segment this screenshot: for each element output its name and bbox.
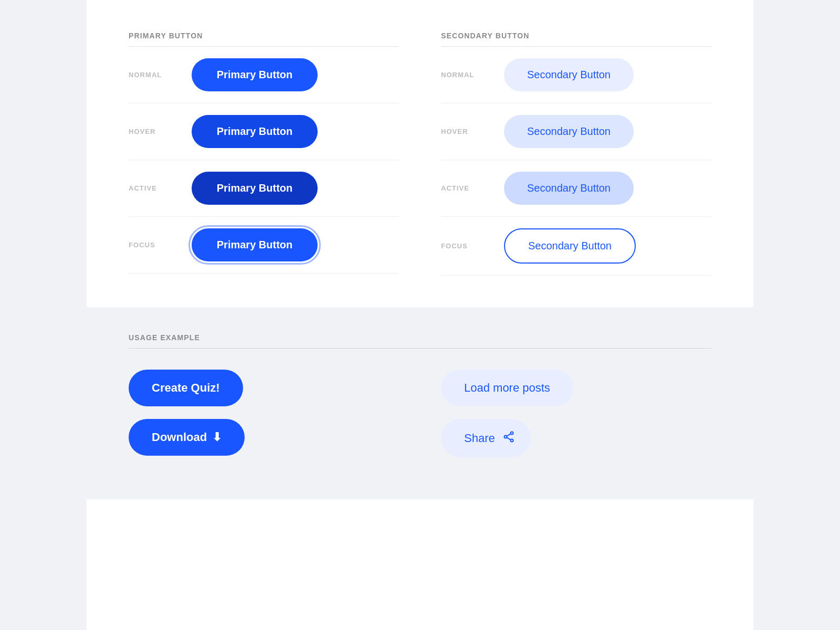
secondary-focus-row: FOCUS Secondary Button xyxy=(441,217,711,276)
primary-normal-row: NORMAL Primary Button xyxy=(129,47,399,103)
primary-normal-button[interactable]: Primary Button xyxy=(192,58,318,91)
secondary-section-title: SECONDARY BUTTON xyxy=(441,32,711,40)
secondary-hover-label: HOVER xyxy=(441,128,504,135)
primary-column: PRIMARY BUTTON NORMAL Primary Button HOV… xyxy=(129,32,399,276)
secondary-focus-button[interactable]: Secondary Button xyxy=(504,228,636,264)
primary-active-row: ACTIVE Primary Button xyxy=(129,160,399,217)
primary-focus-label: FOCUS xyxy=(129,241,192,249)
share-label: Share xyxy=(464,432,495,445)
primary-normal-label: NORMAL xyxy=(129,71,192,79)
svg-line-4 xyxy=(507,437,510,439)
top-section: PRIMARY BUTTON NORMAL Primary Button HOV… xyxy=(129,32,711,276)
page-wrapper: PRIMARY BUTTON NORMAL Primary Button HOV… xyxy=(87,0,753,630)
svg-line-3 xyxy=(507,434,510,436)
secondary-active-label: ACTIVE xyxy=(441,184,504,192)
primary-active-label: ACTIVE xyxy=(129,184,192,192)
usage-primary-col: Create Quiz! Download ⬇︎ xyxy=(129,370,399,457)
primary-focus-row: FOCUS Primary Button xyxy=(129,217,399,274)
secondary-normal-label: NORMAL xyxy=(441,71,504,79)
usage-secondary-col: Load more posts Share xyxy=(441,370,711,457)
secondary-column: SECONDARY BUTTON NORMAL Secondary Button… xyxy=(441,32,711,276)
svg-point-2 xyxy=(510,439,513,442)
secondary-normal-button[interactable]: Secondary Button xyxy=(504,58,634,91)
primary-hover-button[interactable]: Primary Button xyxy=(192,115,318,148)
primary-focus-button[interactable]: Primary Button xyxy=(192,228,318,261)
download-label: Download xyxy=(152,430,207,444)
usage-divider xyxy=(129,348,711,349)
share-button[interactable]: Share xyxy=(441,419,531,457)
svg-point-1 xyxy=(504,436,507,438)
primary-active-button[interactable]: Primary Button xyxy=(192,172,318,205)
share-icon xyxy=(502,430,515,446)
primary-hover-label: HOVER xyxy=(129,128,192,135)
secondary-active-button[interactable]: Secondary Button xyxy=(504,172,634,205)
primary-hover-row: HOVER Primary Button xyxy=(129,103,399,160)
primary-section-title: PRIMARY BUTTON xyxy=(129,32,399,40)
secondary-hover-row: HOVER Secondary Button xyxy=(441,103,711,160)
create-quiz-button[interactable]: Create Quiz! xyxy=(129,370,243,406)
usage-title: USAGE EXAMPLE xyxy=(129,333,711,342)
svg-point-0 xyxy=(510,432,513,435)
usage-columns: Create Quiz! Download ⬇︎ Load more posts… xyxy=(129,370,711,457)
usage-section: USAGE EXAMPLE Create Quiz! Download ⬇︎ L… xyxy=(87,307,753,499)
load-more-posts-button[interactable]: Load more posts xyxy=(441,370,573,406)
download-icon: ⬇︎ xyxy=(212,430,222,444)
secondary-active-row: ACTIVE Secondary Button xyxy=(441,160,711,217)
secondary-focus-label: FOCUS xyxy=(441,242,504,250)
secondary-hover-button[interactable]: Secondary Button xyxy=(504,115,634,148)
secondary-normal-row: NORMAL Secondary Button xyxy=(441,47,711,103)
download-button[interactable]: Download ⬇︎ xyxy=(129,419,245,456)
